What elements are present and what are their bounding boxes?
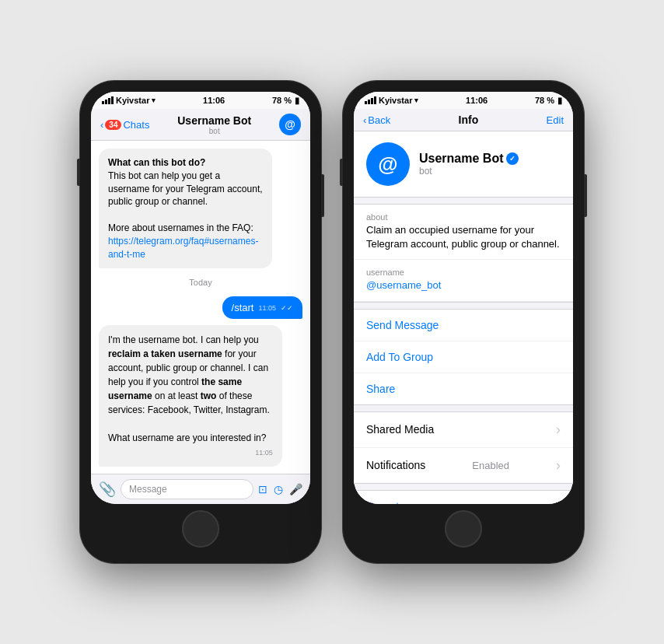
back-chevron-icon-right: ‹ (363, 114, 366, 126)
user-message-start: /start 11:05 ✓✓ (222, 296, 302, 319)
carrier-label: Kyivstar (116, 96, 149, 105)
signal-icon (102, 96, 114, 104)
bold-same: the same username (108, 376, 242, 401)
report-action[interactable]: Report (354, 491, 573, 504)
time-label: 11:06 (203, 96, 225, 105)
status-left: Kyivstar ▾ (102, 96, 156, 105)
back-label-right: Back (368, 114, 390, 126)
battery-icon-right: ▮ (557, 96, 562, 106)
phone-left: Kyivstar ▾ 11:06 78 % ▮ ‹ 34 Chats Usern… (80, 81, 321, 563)
username-value[interactable]: @username_bot (366, 278, 561, 292)
time-label-right: 11:06 (466, 96, 488, 105)
status-right-left: Kyivstar ▾ (365, 96, 418, 105)
phone-right-screen: Kyivstar ▾ 11:06 78 % ▮ ‹ Back Info (354, 92, 573, 504)
bot-message-1-faq: More about usernames in the FAQ: (108, 222, 253, 233)
user-message-text: /start (232, 302, 254, 313)
phone-left-screen: Kyivstar ▾ 11:06 78 % ▮ ‹ 34 Chats Usern… (91, 92, 310, 504)
share-action[interactable]: Share (354, 373, 573, 404)
back-button-right[interactable]: ‹ Back (363, 114, 390, 126)
home-button-right[interactable] (445, 510, 482, 548)
wifi-icon: ▾ (152, 96, 156, 104)
nav-subtitle-left: bot (149, 127, 279, 135)
back-label-left: Chats (123, 119, 149, 131)
add-to-group-label: Add To Group (366, 351, 433, 363)
carrier-label-right: Kyivstar (379, 96, 412, 105)
battery-icon: ▮ (295, 96, 299, 106)
about-label: about (366, 212, 561, 222)
date-divider: Today (99, 278, 302, 287)
bot-message-1-bold: What can this bot do? (108, 157, 205, 168)
bold-two: two (201, 390, 217, 401)
report-label: Report (366, 500, 399, 504)
chats-badge: 34 (105, 120, 121, 130)
wifi-icon-right: ▾ (414, 96, 418, 104)
status-bar-left: Kyivstar ▾ 11:06 78 % ▮ (91, 92, 310, 109)
info-fields: about Claim an occupied username for you… (354, 204, 573, 303)
bot-message-1-link[interactable]: https://telegram.org/faq#usernames-and-t… (108, 236, 258, 260)
battery-label-right: 78 % (535, 96, 554, 105)
attach-icon[interactable]: 📎 (99, 481, 116, 498)
back-button-left[interactable]: ‹ 34 Chats (100, 119, 149, 131)
info-title: Info (390, 114, 546, 126)
send-message-label: Send Message (366, 319, 439, 331)
mic-icon[interactable]: 🎤 (289, 483, 302, 495)
edit-button[interactable]: Edit (547, 114, 564, 126)
bold-reclaim: reclaim a taken username (108, 348, 222, 359)
add-to-group-action[interactable]: Add To Group (354, 341, 573, 373)
user-message-wrap: /start 11:05 ✓✓ (99, 296, 302, 319)
verified-icon: ✓ (506, 152, 519, 165)
info-screen: @ Username Bot ✓ bot about Claim an occu… (354, 131, 573, 504)
user-message-time: 11:05 (258, 304, 276, 312)
sticker-icon[interactable]: ⊡ (258, 483, 267, 495)
username-field: username @username_bot (354, 260, 573, 301)
status-bar-right: Kyivstar ▾ 11:06 78 % ▮ (354, 92, 573, 109)
message-placeholder: Message (129, 484, 167, 495)
clock-icon[interactable]: ◷ (274, 483, 283, 495)
shared-media-action[interactable]: Shared Media (354, 412, 573, 448)
edit-label: Edit (547, 114, 564, 126)
about-value: Claim an occupied username for your Tele… (366, 223, 561, 251)
chat-input-bar: 📎 Message ⊡ ◷ 🎤 (91, 474, 310, 504)
nav-bar-right: ‹ Back Info Edit (354, 109, 573, 131)
message-input[interactable]: Message (121, 479, 253, 499)
profile-name-text: Username Bot (419, 152, 503, 166)
profile-info: Username Bot ✓ bot (419, 152, 561, 177)
signal-icon-right (365, 96, 376, 104)
notifications-action[interactable]: Notifications Enabled (354, 448, 573, 483)
notifications-value: Enabled (472, 460, 509, 471)
share-label: Share (366, 383, 395, 395)
nav-title-left: Username Bot bot (149, 114, 279, 135)
action-section: Send Message Add To Group Share (354, 309, 573, 405)
bot-message-1: What can this bot do? This bot can help … (99, 149, 272, 268)
at-button[interactable]: @ (279, 114, 301, 135)
status-right-right: 78 % ▮ (535, 96, 562, 106)
danger-section: Report Stop Bot (354, 490, 573, 504)
about-field: about Claim an occupied username for you… (354, 205, 573, 260)
double-check-icon: ✓✓ (281, 304, 293, 312)
profile-name: Username Bot ✓ (419, 152, 561, 166)
back-chevron-icon: ‹ (100, 119, 103, 131)
battery-label: 78 % (272, 96, 292, 105)
profile-subtitle: bot (419, 166, 561, 177)
phone-right: Kyivstar ▾ 11:06 78 % ▮ ‹ Back Info (343, 81, 584, 563)
bot-avatar: @ (366, 142, 410, 186)
phones-container: Kyivstar ▾ 11:06 78 % ▮ ‹ 34 Chats Usern… (80, 81, 584, 563)
bot-response-time: 11:05 (255, 448, 273, 459)
username-label: username (366, 268, 561, 277)
bot-response: I'm the username bot. I can help you rec… (99, 325, 282, 467)
home-button-left[interactable] (182, 510, 219, 548)
notifications-label: Notifications (366, 459, 425, 471)
input-actions: ⊡ ◷ 🎤 (258, 483, 302, 495)
send-message-action[interactable]: Send Message (354, 310, 573, 341)
profile-section: @ Username Bot ✓ bot (354, 131, 573, 198)
nav-title-text-left: Username Bot (149, 114, 279, 127)
settings-section: Shared Media Notifications Enabled (354, 411, 573, 484)
nav-bar-left: ‹ 34 Chats Username Bot bot @ (91, 109, 310, 141)
nav-title-right: Info (390, 114, 546, 126)
chat-content: What can this bot do? This bot can help … (91, 141, 310, 474)
shared-media-label: Shared Media (366, 423, 434, 436)
bot-message-1-text: This bot can help you get a username for… (108, 170, 263, 208)
status-right: 78 % ▮ (272, 96, 299, 106)
